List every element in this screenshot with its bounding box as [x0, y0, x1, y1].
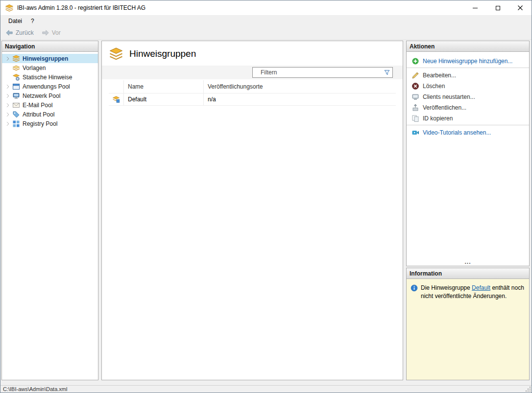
close-icon [518, 5, 523, 10]
actions-separator [407, 125, 529, 125]
panel-splitter-handle[interactable]: ... [407, 260, 529, 266]
anwendungs-pool-icon [12, 83, 20, 91]
back-button[interactable]: Zurück [3, 27, 38, 38]
expander-chevron-icon[interactable] [4, 93, 11, 98]
publish-icon [411, 104, 419, 112]
sidebar-item-label: Statische Hinweise [23, 74, 72, 81]
table-row[interactable]: Default n/a [109, 93, 396, 106]
row-icon-cell [109, 93, 123, 105]
sidebar-item-statische-hinweise[interactable]: Statische Hinweise [2, 72, 98, 82]
table-header-row: Name Veröffentlichungsorte [109, 80, 396, 93]
expander-chevron-icon[interactable] [4, 56, 11, 61]
right-column: Aktionen Neue Hinweisgruppe hinzufügen..… [406, 41, 530, 380]
window-title: IBI-aws Admin 1.28.0 - registriert für I… [17, 4, 464, 11]
column-header-veroeffentlichungsorte[interactable]: Veröffentlichungsorte [203, 80, 396, 93]
expander-chevron-icon[interactable] [4, 84, 11, 89]
sidebar-item-anwendungs-pool[interactable]: Anwendungs Pool [2, 82, 98, 91]
sidebar-item-label: Vorlagen [23, 65, 46, 71]
filter-box [252, 67, 393, 78]
filter-funnel-icon[interactable] [384, 69, 390, 76]
maximize-icon [496, 6, 500, 10]
action-video-tutorials[interactable]: Video-Tutorials ansehen... [407, 127, 529, 138]
sidebar-item-label: Attribut Pool [23, 111, 54, 118]
add-icon [411, 57, 419, 65]
hinweisgruppen-table: Name Veröffentlichungsorte Default n/a [109, 80, 396, 106]
row-veroeffentlichungsorte: n/a [203, 93, 396, 105]
forward-arrow-icon [42, 29, 49, 37]
statusbar: C:\IBI-aws\Admin\Data.xml [0, 385, 532, 393]
action-label: Veröffentlichen... [423, 104, 466, 111]
hinweisgruppen-page-icon [109, 47, 123, 61]
expander-chevron-icon[interactable] [4, 103, 11, 108]
information-content: Die Hinweisgruppe Default enthält noch n… [407, 279, 529, 380]
action-label: Video-Tutorials ansehen... [423, 129, 491, 136]
sidebar-item-attribut-pool[interactable]: Attribut Pool [2, 110, 98, 119]
action-clients-neustarten[interactable]: Clients neustarten... [407, 92, 529, 102]
sidebar-item-label: E-Mail Pool [23, 102, 52, 109]
main-body: Navigation Hinweisgruppen Vorlagen Stati… [0, 40, 532, 385]
minimize-button[interactable] [464, 0, 486, 15]
sidebar-item-label: Hinweisgruppen [23, 55, 68, 62]
expander-chevron-icon[interactable] [4, 121, 11, 126]
window-controls [464, 0, 532, 15]
actions-header: Aktionen [407, 41, 529, 52]
email-pool-icon [12, 101, 20, 109]
copy-id-icon [411, 115, 419, 122]
navigation-tree: Hinweisgruppen Vorlagen Statische Hinwei… [2, 52, 98, 128]
close-button[interactable] [509, 0, 532, 15]
actions-list: Neue Hinweisgruppe hinzufügen... Bearbei… [407, 52, 529, 266]
statische-hinweise-icon [12, 73, 20, 81]
actions-panel: Aktionen Neue Hinweisgruppe hinzufügen..… [406, 41, 530, 266]
filter-bar [102, 66, 403, 79]
content-header: Hinweisgruppen [102, 41, 403, 66]
video-tutorials-icon [411, 129, 419, 137]
sidebar-item-label: Registry Pool [23, 120, 57, 127]
information-message: Die Hinweisgruppe Default enthält noch n… [421, 284, 525, 301]
netzwerk-pool-icon [12, 92, 20, 100]
info-icon [411, 284, 418, 292]
sidebar-item-netzwerk-pool[interactable]: Netzwerk Pool [2, 91, 98, 100]
sidebar-item-vorlagen[interactable]: Vorlagen [2, 63, 98, 72]
app-icon [5, 4, 14, 12]
forward-label: Vor [52, 29, 61, 36]
sidebar-item-label: Anwendungs Pool [23, 83, 70, 90]
hinweisgruppen-layers-icon [12, 55, 20, 63]
sidebar-item-registry-pool[interactable]: Registry Pool [2, 119, 98, 128]
column-header-name[interactable]: Name [123, 80, 203, 93]
actions-separator [407, 68, 529, 68]
expander-chevron-icon[interactable] [4, 112, 11, 117]
delete-icon [411, 82, 419, 90]
action-id-kopieren[interactable]: ID kopieren [407, 113, 529, 124]
hinweisgruppe-row-icon [112, 95, 120, 103]
statusbar-data-path: C:\IBI-aws\Admin\Data.xml [3, 386, 67, 392]
action-veroeffentlichen[interactable]: Veröffentlichen... [407, 102, 529, 113]
menu-datei[interactable]: Datei [4, 16, 26, 26]
filter-input[interactable] [252, 67, 393, 78]
menu-help[interactable]: ? [26, 16, 39, 26]
information-header: Information [407, 268, 529, 279]
restart-clients-icon [411, 93, 419, 101]
sidebar-item-email-pool[interactable]: E-Mail Pool [2, 100, 98, 110]
action-label: Clients neustarten... [423, 93, 475, 100]
resize-grip[interactable] [525, 386, 531, 392]
information-default-link[interactable]: Default [472, 284, 490, 291]
titlebar: IBI-aws Admin 1.28.0 - registriert für I… [0, 0, 532, 16]
information-panel: Information Die Hinweisgruppe Default en… [406, 268, 530, 380]
menubar: Datei ? [0, 16, 532, 26]
sidebar-item-label: Netzwerk Pool [23, 92, 60, 99]
vorlagen-icon [12, 64, 20, 72]
edit-pencil-icon [411, 71, 419, 79]
page-title: Hinweisgruppen [129, 48, 196, 59]
registry-pool-icon [12, 120, 20, 128]
action-bearbeiten[interactable]: Bearbeiten... [407, 70, 529, 81]
action-neue-hinweisgruppe[interactable]: Neue Hinweisgruppe hinzufügen... [407, 56, 529, 67]
sidebar-item-hinweisgruppen[interactable]: Hinweisgruppen [2, 54, 98, 63]
action-loeschen[interactable]: Löschen [407, 81, 529, 92]
minimize-icon [473, 8, 478, 8]
maximize-button[interactable] [486, 0, 509, 15]
toolbar: Zurück Vor [0, 26, 532, 40]
forward-button[interactable]: Vor [39, 27, 65, 38]
information-message-start: Die Hinweisgruppe [421, 284, 472, 291]
navigation-panel: Navigation Hinweisgruppen Vorlagen Stati… [1, 41, 98, 380]
attribut-pool-icon [12, 111, 20, 118]
